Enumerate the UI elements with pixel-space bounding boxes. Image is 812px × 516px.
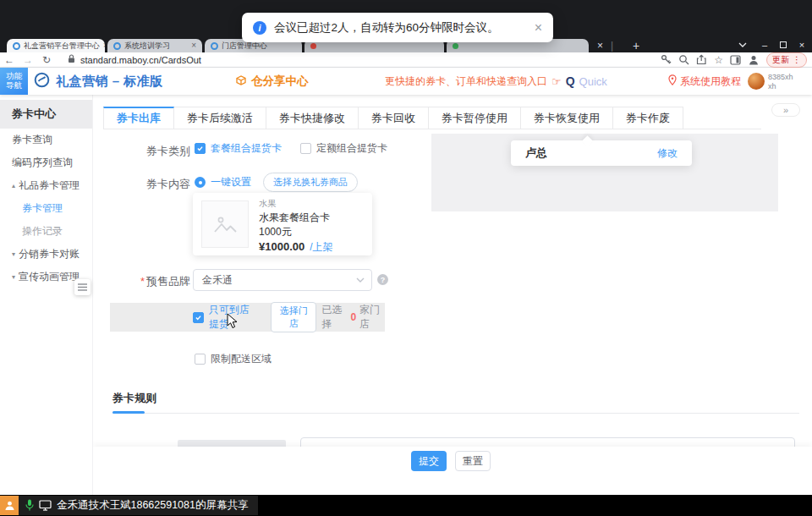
user-name: 8385xh xh (768, 73, 793, 91)
tab-favicon (113, 42, 121, 50)
sidebar-title: 券卡中心 (0, 100, 92, 129)
contact-name: 卢总 (525, 145, 547, 161)
sidebar-item-code-sequence-query[interactable]: 编码序列查询 (0, 151, 92, 174)
side-panel: 卢总 修改 (431, 134, 778, 211)
sidebar-item-card-management[interactable]: 券卡管理 (0, 197, 92, 220)
split-view-icon[interactable] (730, 55, 741, 65)
lock-icon (68, 54, 75, 66)
sidebar-collapse-handle[interactable] (74, 279, 91, 295)
screen-share-bar: 金禾通技术王斌18662591081的屏幕共享 (0, 495, 812, 516)
category-combo-label[interactable]: 套餐组合提货卡 (211, 141, 282, 156)
pointing-finger-icon: ☞ (551, 75, 562, 88)
store-pickup-checkbox[interactable] (193, 312, 204, 323)
location-pin-icon (668, 74, 677, 88)
card-tabs: 券卡出库 券卡后续激活 券卡快捷修改 券卡回收 券卡暂停使用 券卡恢复使用 券卡… (103, 107, 761, 129)
quick-entry[interactable]: 更快捷的券卡、订单和快递查询入口 ☞ Q Quick (385, 68, 607, 95)
product-price: ¥1000.00 (259, 240, 304, 254)
tab-card-suspend[interactable]: 券卡暂停使用 (429, 107, 521, 129)
tutorial-link[interactable]: 系统使用教程 (668, 68, 741, 95)
card-rules-title: 券卡规则 (112, 391, 156, 406)
browser-tab-title: 系统培训学习 (124, 41, 170, 52)
collapse-up-icon: ▴ (12, 182, 15, 189)
app-header: 功能 导航 礼盒营销 – 标准版 仓分享中心 更快捷的券卡、订单和快递查询入口 … (0, 68, 812, 95)
meeting-notification: i 会议已超过2人，自动转为60分钟限时会议。 × (242, 13, 553, 42)
sidebar-item-operation-record[interactable]: 操作记录 (0, 220, 92, 243)
category-checkbox-combo[interactable] (195, 143, 206, 154)
user-avatar[interactable] (748, 73, 765, 90)
browser-tab-1[interactable]: 礼盒营销平台管理中心 × (7, 39, 105, 52)
form-footer: 提交 重置 (93, 447, 812, 495)
window-minimize-button[interactable]: – (756, 37, 773, 52)
share-center-link[interactable]: 仓分享中心 (235, 68, 309, 95)
forward-icon[interactable]: → (19, 54, 37, 66)
address-bar: ← → ↻ standard.maboy.cn/CardsOut ☆ (0, 52, 812, 68)
card-category-label: 券卡类别 (93, 144, 190, 159)
back-icon[interactable]: ← (0, 54, 19, 66)
browser-tab-title: 礼盒营销平台管理中心 (24, 41, 100, 52)
modify-link[interactable]: 修改 (657, 146, 678, 161)
choose-goods-button[interactable]: 选择兑换礼券商品 (263, 173, 358, 192)
reset-button[interactable]: 重置 (455, 451, 491, 471)
product-status-link[interactable]: /上架 (310, 241, 332, 254)
tutorial-label: 系统使用教程 (680, 74, 741, 89)
delivery-area-checkbox[interactable] (195, 354, 206, 365)
picture-icon (212, 213, 238, 235)
collapse-down-icon: ▾ (12, 273, 15, 281)
share-icon[interactable] (696, 54, 707, 65)
sidebar-item-distribution-reconciliation[interactable]: ▾ 分销券卡对账 (0, 243, 92, 266)
update-label: 更新 (772, 54, 789, 66)
card-content-label: 券卡内容 (93, 177, 190, 192)
quick-entry-label: 更快捷的券卡、订单和快递查询入口 (385, 74, 547, 89)
browser-tab-2[interactable]: 系统培训学习 × (107, 39, 202, 52)
new-tab-button[interactable]: + (633, 39, 639, 52)
microphone-icon (25, 499, 34, 512)
one-key-setup-label[interactable]: 一键设置 (211, 175, 251, 189)
tab-card-outbound[interactable]: 券卡出库 (103, 107, 174, 129)
category-fixed-label[interactable]: 定额组合提货卡 (316, 141, 387, 156)
one-key-setup-radio[interactable] (195, 177, 206, 188)
zoom-icon[interactable] (678, 54, 689, 65)
brand-select-value: 金禾通 (202, 273, 233, 288)
function-nav-button[interactable]: 功能 导航 (0, 68, 28, 95)
selected-prefix: 已选择 (321, 303, 347, 332)
product-spec: 1000元 (259, 226, 333, 239)
tab-favicon (13, 42, 20, 50)
tab-close-icon[interactable]: × (191, 41, 196, 50)
submit-button[interactable]: 提交 (411, 451, 447, 471)
profile-icon[interactable] (748, 54, 760, 66)
product-card: 水果 水果套餐组合卡 1000元 ¥1000.00 /上架 (193, 193, 372, 255)
reload-icon[interactable]: ↻ (37, 54, 56, 66)
sidebar-item-gift-card-management[interactable]: ▴ 礼品券卡管理 (0, 174, 92, 197)
tab-card-void[interactable]: 券卡作废 (613, 107, 683, 129)
tab-close-icon[interactable]: × (103, 41, 105, 50)
window-maximize-button[interactable] (775, 37, 792, 52)
window-close-button[interactable]: × (793, 37, 810, 52)
magnifier-q-icon: Q (566, 74, 575, 88)
key-icon[interactable] (661, 54, 672, 65)
sidebar: 券卡中心 券卡查询 编码序列查询 ▴ 礼品券卡管理 券卡管理 操作记录 ▾ 分销… (0, 95, 93, 495)
kebab-menu-icon[interactable]: ⋮ (793, 55, 801, 64)
tab-card-recycle[interactable]: 券卡回收 (359, 107, 429, 129)
app-brand-title: 礼盒营销 – 标准版 (56, 74, 163, 90)
tab-card-resume[interactable]: 券卡恢复使用 (521, 107, 613, 129)
chrome-update-button[interactable]: 更新 ⋮ (766, 52, 807, 68)
section-divider (112, 413, 799, 414)
sidebar-item-card-query[interactable]: 券卡查询 (0, 129, 92, 151)
bookmark-star-icon[interactable]: ☆ (714, 54, 723, 66)
tab-close-icon[interactable]: × (597, 39, 603, 52)
brand-logo-icon (34, 72, 50, 91)
brand-select[interactable]: 金禾通 (193, 269, 372, 291)
chevron-down-icon (356, 277, 365, 283)
panel-collapse-button[interactable]: » (771, 103, 800, 117)
category-checkbox-fixed[interactable] (300, 143, 311, 154)
help-icon[interactable]: ? (377, 274, 388, 285)
tab-card-quick-modify[interactable]: 券卡快捷修改 (266, 107, 359, 129)
notification-close-icon[interactable]: × (535, 21, 542, 35)
url-text[interactable]: standard.maboy.cn/CardsOut (80, 55, 201, 65)
maximize-icon (780, 41, 787, 48)
tab-card-followup-activate[interactable]: 券卡后续激活 (174, 107, 266, 129)
choose-store-button[interactable]: 选择门店 (271, 302, 317, 332)
info-icon: i (253, 21, 266, 35)
delivery-area-label[interactable]: 限制配送区域 (211, 352, 272, 366)
tab-search-chevron-icon[interactable] (734, 37, 751, 52)
